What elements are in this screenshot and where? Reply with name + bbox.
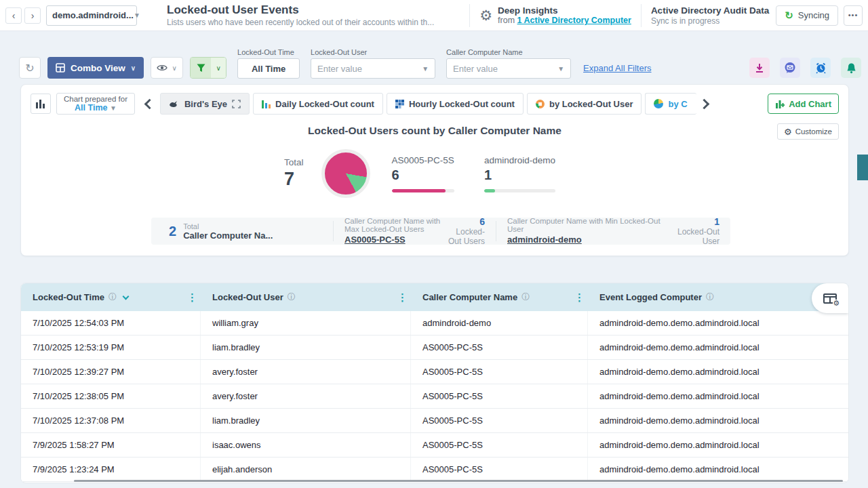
tab-label: Daily Locked-Out count	[275, 99, 374, 109]
column-header-caller-computer[interactable]: Caller Computer Name ⓘ ⋮	[411, 283, 588, 311]
legend-name: AS0005-PC-5S	[392, 155, 454, 165]
filter-caller-label: Caller Computer Name	[446, 48, 571, 56]
table-cell: admindroid-demo.demo.admindroid.local	[588, 384, 848, 408]
visibility-button[interactable]: ∨	[151, 57, 183, 79]
select-placeholder: Enter value	[453, 64, 498, 74]
page-scrollbar-thumb[interactable]	[857, 155, 868, 180]
table-row[interactable]: 7/10/2025 12:39:27 PMavery.fosterAS0005-…	[21, 360, 848, 384]
filter-funnel-icon	[197, 64, 205, 73]
column-menu-icon[interactable]: ⋮	[397, 291, 408, 304]
tabs-scroll-right-button[interactable]	[699, 98, 710, 109]
legend-item: AS0005-PC-5S 6	[392, 155, 454, 192]
report-title-block: Locked-out User Events Lists users who h…	[167, 3, 434, 27]
deep-insights: ⚙ Deep Insights from 1 Active Directory …	[479, 5, 631, 25]
tenant-dropdown[interactable]: demo.admindroid... ▼	[46, 5, 137, 26]
pie-chart[interactable]	[321, 149, 370, 198]
column-settings-icon: ⚙	[823, 293, 837, 304]
table-cell: admindroid-demo.demo.admindroid.local	[588, 336, 848, 359]
table-cell: avery.foster	[201, 384, 411, 408]
table-row[interactable]: 7/10/2025 12:53:19 PMliam.bradleyAS0005-…	[21, 336, 848, 360]
summary-max-link[interactable]: AS0005-PC-5S	[344, 235, 406, 245]
app-header: ‹ › demo.admindroid... ▼ Locked-out User…	[0, 0, 868, 31]
tab-label: Bird's Eye	[184, 99, 227, 109]
table-row[interactable]: 7/10/2025 12:37:08 PMliam.bradleyAS0005-…	[21, 409, 848, 433]
message-button[interactable]	[780, 58, 800, 78]
download-icon	[755, 63, 764, 73]
nav-back-button[interactable]: ‹	[5, 7, 22, 24]
column-header-locked-out-user[interactable]: Locked-Out User ⓘ ⋮	[201, 283, 411, 311]
table-cell: 7/9/2025 1:58:27 PM	[21, 433, 201, 457]
table-cell: 7/10/2025 12:37:08 PM	[21, 409, 201, 432]
table-cell: admindroid-demo.demo.admindroid.local	[588, 360, 848, 384]
expand-all-filters-link[interactable]: Expand All Filters	[583, 63, 651, 73]
table-row[interactable]: 7/9/2025 1:58:27 PMisaac.owensAS0005-PC-…	[21, 433, 848, 458]
info-icon[interactable]: ⓘ	[108, 291, 117, 303]
tab-label: by Locked-Out User	[549, 99, 633, 109]
notifications-button[interactable]	[841, 58, 861, 78]
active-directory-computer-link[interactable]: 1 Active Directory Computer	[517, 16, 631, 25]
time-range-button[interactable]: All Time	[237, 58, 300, 79]
table-cell: 7/10/2025 12:54:03 PM	[21, 311, 201, 335]
view-mode-label: Combo View	[71, 63, 125, 73]
tab-daily-count[interactable]: Daily Locked-Out count	[253, 93, 383, 115]
summary-min-link[interactable]: admindroid-demo	[507, 235, 582, 245]
filter-split-button[interactable]: ∨	[190, 57, 226, 79]
audit-data-subtext: Sync is in progress	[651, 16, 769, 26]
table-row[interactable]: 7/10/2025 12:54:03 PMwilliam.grayadmindr…	[21, 311, 848, 336]
view-mode-button[interactable]: Combo View ∨	[47, 57, 144, 79]
tab-by-caller-computer[interactable]: by C	[645, 93, 696, 115]
info-icon[interactable]: ⓘ	[288, 291, 296, 303]
combo-view-icon	[56, 63, 65, 73]
column-header-locked-out-time[interactable]: Locked-Out Time ⓘ ⋮	[21, 283, 201, 311]
nav-forward-button[interactable]: ›	[24, 7, 41, 24]
syncing-button[interactable]: ↻ Syncing	[776, 5, 838, 26]
pie-chart-icon	[654, 99, 663, 108]
table-cell: admindroid-demo.demo.admindroid.local	[588, 409, 848, 432]
column-menu-icon[interactable]: ⋮	[574, 291, 585, 304]
tab-label: Hourly Locked-Out count	[409, 99, 515, 109]
prepared-for-label: Chart prepared for	[64, 95, 127, 103]
caller-computer-select[interactable]: Enter value ▼	[446, 58, 571, 79]
daily-bar-chart-icon	[262, 100, 271, 108]
customize-button[interactable]: ⚙ Customize	[777, 123, 839, 140]
column-menu-icon[interactable]: ⋮	[187, 291, 197, 304]
legend-bar	[392, 189, 454, 192]
table-row[interactable]: 7/9/2025 1:23:24 PMelijah.andersonAS0005…	[21, 458, 848, 482]
legend-item: admindroid-demo 1	[484, 155, 555, 192]
column-header-event-logged-computer[interactable]: Event Logged Computer ⓘ	[588, 283, 848, 311]
tenant-dropdown-value: demo.admindroid...	[52, 10, 134, 20]
tab-by-locked-out-user[interactable]: by Locked-Out User	[527, 93, 642, 115]
chart-list-button[interactable]	[31, 94, 51, 114]
table-cell: admindroid-demo.demo.admindroid.local	[588, 311, 848, 335]
add-chart-label: Add Chart	[789, 99, 831, 109]
info-icon[interactable]: ⓘ	[521, 291, 530, 303]
table-cell: AS0005-PC-5S	[411, 458, 588, 481]
download-button[interactable]	[749, 58, 770, 78]
chart-prepared-for[interactable]: Chart prepared for All Time ▼	[56, 93, 135, 115]
table-cell: isaac.owens	[201, 433, 411, 457]
table-cell: 7/10/2025 12:39:27 PM	[21, 360, 201, 384]
tab-hourly-count[interactable]: Hourly Locked-Out count	[387, 93, 524, 115]
summary-max-label: Caller Computer Name with Max Locked-Out…	[344, 217, 447, 233]
more-options-button[interactable]: •••	[844, 5, 863, 26]
locked-out-user-select[interactable]: Enter value ▼	[311, 58, 435, 79]
info-icon[interactable]: ⓘ	[706, 291, 714, 303]
table-row[interactable]: 7/10/2025 12:38:05 PMavery.fosterAS0005-…	[21, 384, 848, 409]
deep-insights-gear-icon: ⚙	[479, 7, 492, 24]
alert-schedule-button[interactable]	[810, 58, 831, 78]
events-table-panel: Locked-Out Time ⓘ ⋮ Locked-Out User ⓘ ⋮ …	[20, 283, 849, 483]
chevron-down-icon: ▼	[422, 65, 429, 73]
sort-desc-icon[interactable]	[123, 293, 130, 300]
chart-kpi-row: Total 7 AS0005-PC-5S 6 admindroid-demo 1	[21, 149, 848, 198]
horizontal-scrollbar[interactable]	[74, 480, 843, 482]
refresh-button[interactable]: ↻	[19, 57, 41, 79]
table-cell: 7/9/2025 1:23:24 PM	[21, 458, 201, 481]
column-settings-button[interactable]: ⚙	[812, 283, 848, 313]
tabs-scroll-left-button[interactable]	[144, 98, 155, 109]
add-chart-button[interactable]: Add Chart	[768, 94, 839, 114]
legend-name: admindroid-demo	[484, 155, 555, 165]
column-label: Locked-Out User	[212, 292, 283, 302]
deep-insights-title: Deep Insights	[498, 5, 631, 16]
tab-birds-eye[interactable]: Bird's Eye	[160, 93, 250, 115]
chevron-down-icon: ▼	[110, 104, 117, 112]
